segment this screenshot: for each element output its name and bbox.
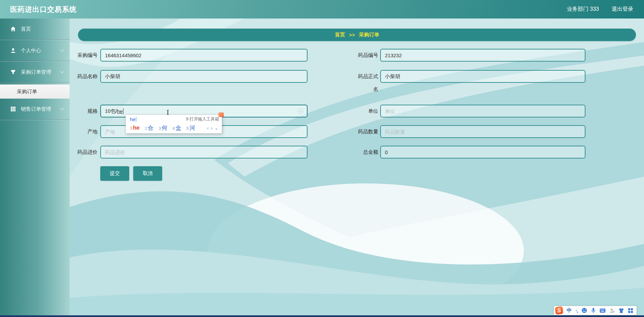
funnel-icon [10,69,16,75]
spec-value: 10包/ [105,108,117,114]
grid-icon [10,106,16,112]
ime-caret [136,117,136,122]
ime-candidates-row: 1he 2合 3何 4盒 5河 ‹ › ⌄ [126,124,222,133]
quantity-input[interactable] [380,125,585,138]
sidebar-item-label: 采购订单管理 [21,69,51,75]
skin-icon[interactable] [618,308,624,313]
form-row: 药品进价 总金额 [70,146,644,158]
ime-candidate[interactable]: 4盒 [173,124,181,132]
sogou-ime-toolbar: S 中 ·, [554,306,637,315]
ime-composition: he [130,116,136,122]
sidebar-divider [0,119,70,120]
form-row: 药品名称 药品正式名 [70,70,644,83]
app-header: 医药进出口交易系统 业务部门 333 退出登录 [0,0,644,19]
drug-no-label: 药品编号 [356,49,378,62]
submit-button[interactable]: 提交 [100,166,129,181]
taskbar-edge [0,315,644,317]
ime-toolbox-icon[interactable] [218,112,224,117]
chevron-down-icon [60,48,64,52]
sidebar-subitem-label: 采购订单 [17,89,37,95]
breadcrumb-separator: >> [349,32,355,38]
purchase-no-input[interactable] [100,49,308,62]
official-name-label: 药品正式名 [356,70,378,96]
sidebar-item-home[interactable]: 首页 [0,19,70,39]
price-input[interactable] [100,146,308,158]
origin-label: 产地 [76,125,98,138]
main-content: 首页 >> 采购订单 采购编号 药品编号 药品名称 药品正式名 规格 10包/h… [70,19,644,317]
ime-prev-page-icon[interactable]: ‹ [207,126,208,131]
app-title: 医药进出口交易系统 [10,5,77,14]
microphone-icon[interactable] [591,308,596,313]
ime-candidate[interactable]: 2合 [145,124,153,132]
sidebar-item-personal-center[interactable]: 个人中心 [0,40,70,61]
drug-no-input[interactable] [380,49,585,62]
breadcrumb-current: 采购订单 [359,32,379,38]
breadcrumb: 首页 >> 采购订单 [78,29,636,41]
ime-candidate[interactable]: 1he [130,125,140,131]
sidebar-item-label: 销售订单管理 [21,106,51,112]
ime-toolbox-hint[interactable]: 9 打开输入工具箱 [186,116,219,122]
ime-next-page-icon[interactable]: › [211,126,212,131]
sidebar-item-purchase-order-mgmt[interactable]: 采购订单管理 [0,62,70,82]
official-name-input[interactable] [380,70,585,83]
sidebar-item-sales-order-mgmt[interactable]: 销售订单管理 [0,99,70,119]
spec-label: 规格 [76,105,98,117]
mouse-ibeam-cursor: I [167,109,169,116]
unit-label: 单位 [356,105,378,117]
user-department[interactable]: 业务部门 333 [567,6,599,13]
breadcrumb-home[interactable]: 首页 [335,32,345,38]
drug-name-input[interactable] [100,70,308,83]
header-menu: 业务部门 333 退出登录 [567,6,633,13]
spec-composing-text: he [117,108,123,114]
sidebar-subitem-purchase-order[interactable]: 采购订单 [0,84,70,99]
chevron-down-icon [60,69,64,74]
quantity-label: 药品数量 [356,125,378,138]
sogou-logo-icon[interactable]: S [555,306,563,315]
keyboard-icon[interactable] [600,308,606,313]
ime-composition-row: he 9 打开输入工具箱 [126,115,222,124]
clear-icon[interactable]: × [298,108,303,114]
text-caret [123,108,124,114]
chinese-mode-icon[interactable]: 中 [567,307,572,314]
sidebar-item-label: 首页 [21,26,31,32]
drug-name-label: 药品名称 [76,70,98,83]
sidebar: 首页 个人中心 采购订单管理 采购订单 销售订单管理 [0,19,70,317]
ime-expand-icon[interactable]: ⌄ [215,126,218,131]
price-label: 药品进价 [76,146,98,158]
total-input[interactable] [380,146,585,158]
punctuation-icon[interactable]: ·, [575,308,578,313]
sidebar-divider [0,82,70,83]
form-row: 采购编号 药品编号 [70,49,644,62]
more-grid-icon[interactable] [628,308,633,313]
sidebar-item-label: 个人中心 [21,47,41,54]
purchase-no-label: 采购编号 [76,49,98,62]
chevron-down-icon [60,106,64,111]
user-icon [10,47,16,54]
ime-candidate[interactable]: 5河 [186,124,195,132]
account-icon[interactable] [609,308,615,313]
home-icon [10,26,16,32]
total-label: 总金额 [356,146,378,158]
emoji-icon[interactable] [581,308,587,313]
logout-button[interactable]: 退出登录 [612,6,633,13]
ime-candidate[interactable]: 3何 [158,124,167,132]
cancel-button[interactable]: 取消 [133,166,162,181]
unit-input[interactable] [380,105,585,117]
ime-candidate-window: he 9 打开输入工具箱 1he 2合 3何 4盒 5河 ‹ › ⌄ [126,114,222,134]
